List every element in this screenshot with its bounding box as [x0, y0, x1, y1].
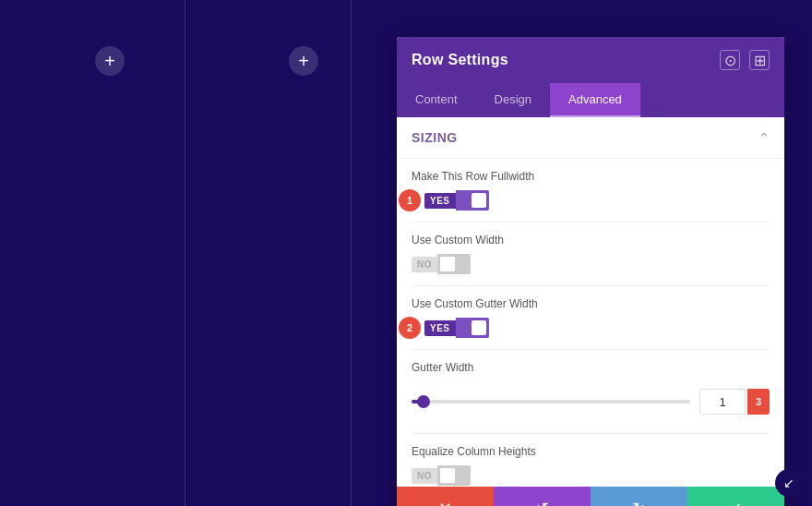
equalize-heights-row: Equalize Column Heights NO: [412, 434, 770, 487]
equalize-heights-toggle-container: NO: [412, 465, 770, 486]
bottom-right-icon[interactable]: ↙: [775, 469, 803, 497]
tab-content[interactable]: Content: [397, 83, 476, 117]
panel-title: Row Settings: [412, 52, 508, 68]
undo-button[interactable]: ↺: [494, 487, 591, 506]
gutter-value-wrap: 1 3: [699, 389, 770, 415]
equalize-heights-label: Equalize Column Heights: [412, 445, 770, 458]
settings-icon[interactable]: ⊙: [720, 50, 740, 70]
gutter-slider-row: 1 3: [412, 381, 770, 422]
row-settings-panel: Row Settings ⊙ ⊞ Content Design Advanced…: [397, 37, 784, 506]
custom-gutter-row: Use Custom Gutter Width 2 YES: [412, 286, 770, 350]
redo-button[interactable]: ↻: [591, 487, 687, 506]
sizing-title: Sizing: [412, 130, 458, 145]
sizing-settings-content: Make This Row Fullwidth 1 YES Use Custom…: [397, 159, 784, 487]
cancel-button[interactable]: ✕: [397, 487, 494, 506]
gutter-width-label: Gutter Width: [412, 361, 770, 374]
confirm-button[interactable]: ✓: [687, 487, 784, 506]
fullwidth-toggle[interactable]: YES: [424, 190, 489, 211]
add-column-button-2[interactable]: +: [289, 46, 318, 76]
tab-advanced[interactable]: Advanced: [550, 83, 640, 117]
custom-width-row: Use Custom Width NO: [412, 223, 770, 286]
tab-design[interactable]: Design: [476, 83, 550, 117]
custom-gutter-label: Use Custom Gutter Width: [412, 297, 770, 310]
fullwidth-switch[interactable]: [456, 190, 489, 211]
gutter-slider-track[interactable]: [412, 400, 690, 404]
equalize-switch[interactable]: [437, 465, 471, 486]
fullwidth-toggle-container: 1 YES: [412, 190, 770, 211]
grid-icon[interactable]: ⊞: [749, 50, 770, 70]
equalize-no-label: NO: [412, 468, 437, 484]
sizing-section-header[interactable]: Sizing ⌃: [397, 117, 784, 159]
fullwidth-row: Make This Row Fullwidth 1 YES: [412, 159, 770, 223]
panel-footer: ✕ ↺ ↻ ✓: [397, 487, 784, 506]
step-badge-2: 2: [399, 317, 421, 339]
panel-tabs: Content Design Advanced: [397, 83, 784, 117]
equalize-heights-toggle[interactable]: NO: [412, 465, 471, 486]
panel-header-icons: ⊙ ⊞: [720, 50, 770, 70]
panel-body: Sizing ⌃ Make This Row Fullwidth 1 YES U…: [397, 117, 784, 487]
fullwidth-label: Make This Row Fullwidth: [412, 170, 770, 183]
custom-width-toggle-container: NO: [412, 254, 770, 274]
canvas-divider-2: [351, 0, 352, 506]
canvas-divider-1: [185, 0, 185, 506]
custom-gutter-toggle-container: 2 YES: [412, 318, 770, 338]
custom-width-no-label: NO: [412, 257, 437, 272]
step-badge-1: 1: [399, 189, 421, 211]
step-badge-3: 3: [747, 389, 770, 415]
gutter-width-row: Gutter Width 1 3: [412, 350, 770, 434]
add-column-button-1[interactable]: +: [95, 46, 125, 76]
custom-gutter-toggle[interactable]: YES: [424, 318, 489, 338]
custom-gutter-switch[interactable]: [456, 318, 489, 338]
panel-header: Row Settings ⊙ ⊞: [397, 37, 784, 83]
custom-gutter-yes-label: YES: [424, 320, 456, 336]
custom-width-switch[interactable]: [437, 254, 471, 274]
custom-width-toggle[interactable]: NO: [412, 254, 471, 274]
fullwidth-yes-label: YES: [424, 193, 456, 209]
gutter-value-display: 1: [699, 389, 746, 415]
sizing-chevron-up-icon: ⌃: [758, 130, 770, 145]
gutter-slider-thumb[interactable]: [417, 395, 430, 408]
custom-width-label: Use Custom Width: [412, 234, 770, 247]
